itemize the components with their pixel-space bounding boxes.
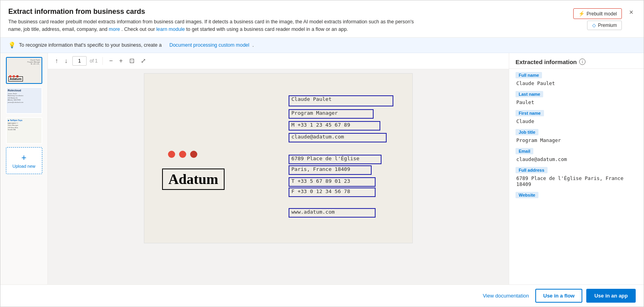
page-input[interactable] [72,56,87,66]
card-phone-text: M +33 1 23 45 67 89 [289,121,352,129]
extracted-field-1: Last name Paulet [516,91,637,105]
field-tag-6: Website [516,192,538,198]
info-panel-title: Extracted information [516,59,577,65]
lightning-icon: ⚡ [578,11,585,17]
card-tel-box: T +33 5 67 89 01 23 [289,177,376,187]
field-tag-0: Full name [516,72,542,78]
lightbulb-icon: 💡 [8,42,16,49]
card-tel-text: T +33 5 67 89 01 23 [289,177,352,185]
field-value-6 [516,199,637,200]
field-tag-2: First name [516,110,544,116]
extracted-field-3: Job title Program Manager [516,129,637,143]
field-value-3: Program Manager [516,136,637,143]
info-panel-header: Extracted information i [509,53,644,69]
learn-suffix: to get started with using a business car… [186,27,348,32]
document-viewer: Claude Paulet Program Manager M +33 1 23… [48,69,509,285]
view-documentation-link[interactable]: View documentation [483,293,529,299]
extracted-field-6: Website [516,192,637,200]
page-down-button[interactable]: ↓ [63,57,69,65]
card-address1-box: 6789 Place de l'Église [289,155,381,164]
header-right: ⚡ Prebuilt model ◇ Premium [573,8,622,30]
card-email-box: claude@adatum.com [289,133,387,142]
diamond-icon: ◇ [592,23,596,28]
banner-suffix: . [253,42,254,48]
use-in-app-button[interactable]: Use in an app [586,289,636,303]
info-tooltip-button[interactable]: i [579,59,585,65]
more-link[interactable]: more [109,27,120,32]
extracted-field-4: Email claude@adatum.com [516,148,637,162]
card-address2-text: Paris, France 18409 [289,165,352,173]
upload-new-button[interactable]: + Upload new [6,147,42,174]
card-company-name: Adatum [162,169,225,190]
field-value-2: Claude [516,117,637,124]
card-web-box: www.adatum.com [289,208,376,218]
use-in-flow-button[interactable]: Use in a flow [535,289,582,303]
field-tag-3: Job title [516,129,538,135]
card-phone-box: M +33 1 23 45 67 89 [289,121,380,131]
card-fax-box: F +33 0 12 34 56 78 [289,188,376,197]
dialog-title: Extract information from business cards [8,8,565,16]
premium-btn-label: Premium [598,23,617,28]
prebuilt-btn-label: Prebuilt model [587,11,617,17]
card-title-text: Program Manager [289,109,340,117]
field-value-5: 6789 Place de l'Église Paris, France 184… [516,174,637,187]
custom-model-link[interactable]: Document processing custom model [169,42,249,48]
info-panel-body: Full name Claude Paulet Last name Paulet… [509,69,644,285]
dot-2 [179,151,186,158]
info-banner: 💡 To recognize information that's specif… [0,38,644,53]
extracted-field-2: First name Claude [516,110,637,124]
prebuilt-model-button[interactable]: ⚡ Prebuilt model [573,8,622,19]
dot-3 [190,151,197,158]
zoom-in-button[interactable]: + [117,57,124,65]
close-button[interactable]: × [627,8,636,17]
card-dots [168,151,197,158]
desc-suffix: . Check out our [121,27,155,32]
doc-toolbar: ↑ ↓ of 1 − + ⊡ ⤢ [48,53,509,69]
premium-button[interactable]: ◇ Premium [587,21,622,30]
extracted-field-5: Full address 6789 Place de l'Église Pari… [516,167,637,187]
field-tag-1: Last name [516,91,543,97]
card-web-text: www.adatum.com [289,208,337,216]
bottom-bar: View documentation Use in a flow Use in … [0,284,644,307]
fit-page-button[interactable]: ⊡ [128,56,136,65]
card-name-box: Claude Paulet [289,95,393,106]
upload-label: Upload new [12,164,35,169]
expand-button[interactable]: ⤢ [139,56,147,65]
field-value-1: Paulet [516,99,637,105]
field-value-4: claude@adatum.com [516,155,637,162]
field-tag-4: Email [516,148,533,154]
document-panel: ↑ ↓ of 1 − + ⊡ ⤢ Claude Paulet [48,53,509,285]
card-address2-box: Paris, France 18409 [289,165,372,175]
thumbnail-3[interactable]: ▶ TailSpin Toys MARGARET T Sales Manager… [6,117,42,144]
thumbnail-1[interactable]: Claude Paulet Program Manager M +33 1 23… [6,57,42,84]
card-address1-text: 6789 Place de l'Église [289,154,361,163]
business-card-image: Claude Paulet Program Manager M +33 1 23… [144,73,413,243]
field-tag-5: Full address [516,167,548,173]
banner-text: To recognize information that's specific… [19,42,162,48]
thumbnail-2[interactable]: Rolecloud James Smith Marketing Coordina… [6,87,42,114]
zoom-out-button[interactable]: − [108,57,114,65]
page-of: of 1 [90,58,98,64]
field-value-0: Claude Paulet [516,80,637,86]
page-up-button[interactable]: ↑ [53,57,60,65]
learn-link[interactable]: learn module [156,27,185,32]
card-email-text: claude@adatum.com [289,133,346,141]
dialog-header: Extract information from business cards … [0,0,644,38]
header-left: Extract information from business cards … [8,8,565,33]
thumbnail-panel: Claude Paulet Program Manager M +33 1 23… [0,53,48,285]
card-title-box: Program Manager [289,109,374,119]
dot-1 [168,151,175,158]
plus-icon: + [21,153,26,163]
card-fax-text: F +33 0 12 34 56 78 [289,187,352,195]
extracted-field-0: Full name Claude Paulet [516,72,637,86]
main-content: Claude Paulet Program Manager M +33 1 23… [0,53,644,285]
toolbar-divider [102,57,103,65]
dialog-description: The business card reader prebuilt model … [8,18,423,33]
card-name-text: Claude Paulet [289,95,334,103]
extracted-info-panel: Extracted information i Full name Claude… [509,53,644,285]
